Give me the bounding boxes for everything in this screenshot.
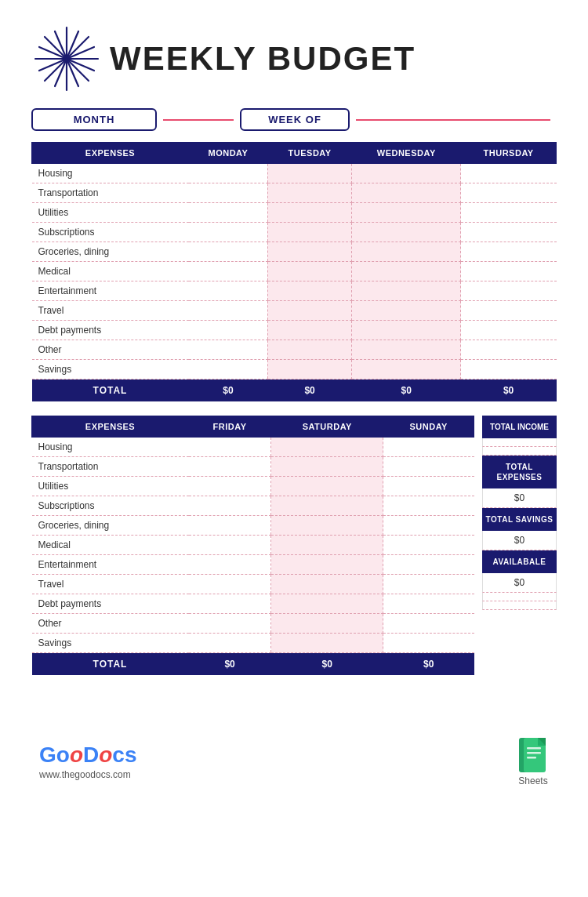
total-row: TOTAL$0$0$0$0	[32, 380, 557, 402]
wednesday-cell[interactable]	[352, 242, 461, 262]
wednesday-cell[interactable]	[352, 340, 461, 360]
row-label: Savings	[32, 634, 189, 653]
tuesday-cell[interactable]	[267, 281, 351, 301]
saturday-cell[interactable]	[271, 438, 383, 457]
wednesday-cell[interactable]	[352, 360, 461, 380]
monday-cell[interactable]	[189, 223, 268, 242]
wednesday-cell[interactable]	[352, 164, 461, 183]
sunday-cell[interactable]	[383, 438, 474, 457]
thursday-cell[interactable]	[461, 242, 557, 262]
monday-cell[interactable]	[189, 360, 268, 380]
filler1	[482, 593, 557, 601]
thursday-cell[interactable]	[461, 183, 557, 203]
thursday-cell[interactable]	[461, 281, 557, 301]
total-value-2: $0	[352, 380, 461, 402]
tuesday-cell[interactable]	[267, 262, 351, 281]
svg-rect-12	[527, 757, 536, 759]
wednesday-cell[interactable]	[352, 223, 461, 242]
friday-cell[interactable]	[189, 536, 271, 555]
saturday-cell[interactable]	[271, 634, 383, 653]
sunday-cell[interactable]	[383, 634, 474, 653]
table-row: Medical	[32, 536, 474, 555]
sunday-cell[interactable]	[383, 575, 474, 594]
thursday-cell[interactable]	[461, 321, 557, 340]
wednesday-cell[interactable]	[352, 321, 461, 340]
thursday-cell[interactable]	[461, 340, 557, 360]
monday-cell[interactable]	[189, 242, 268, 262]
monday-cell[interactable]	[189, 301, 268, 321]
sheets-icon-group: Sheets	[517, 736, 549, 786]
thursday-cell[interactable]	[461, 262, 557, 281]
row-label: Housing	[32, 164, 189, 183]
tuesday-cell[interactable]	[267, 340, 351, 360]
friday-cell[interactable]	[189, 575, 271, 594]
friday-cell[interactable]	[189, 594, 271, 614]
saturday-cell[interactable]	[271, 575, 383, 594]
monday-cell[interactable]	[189, 262, 268, 281]
row-label: Housing	[32, 438, 189, 457]
row-label: Transportation	[32, 183, 189, 203]
saturday-cell[interactable]	[271, 516, 383, 536]
monday-cell[interactable]	[189, 321, 268, 340]
wednesday-cell[interactable]	[352, 281, 461, 301]
table-row: Transportation	[32, 457, 474, 477]
thursday-cell[interactable]	[461, 360, 557, 380]
wednesday-cell[interactable]	[352, 183, 461, 203]
saturday-cell[interactable]	[271, 594, 383, 614]
saturday-cell[interactable]	[271, 496, 383, 516]
thursday-cell[interactable]	[461, 301, 557, 321]
sunday-cell[interactable]	[383, 496, 474, 516]
wednesday-cell[interactable]	[352, 203, 461, 223]
monday-cell[interactable]	[189, 340, 268, 360]
monday-cell[interactable]	[189, 183, 268, 203]
friday-cell[interactable]	[189, 457, 271, 477]
thursday-cell[interactable]	[461, 223, 557, 242]
friday-cell[interactable]	[189, 477, 271, 496]
table-row: Travel	[32, 575, 474, 594]
thursday-cell[interactable]	[461, 203, 557, 223]
week-of-box[interactable]: WEEK OF	[240, 108, 350, 131]
table-row: Other	[32, 340, 557, 360]
friday-cell[interactable]	[189, 438, 271, 457]
saturday-cell[interactable]	[271, 555, 383, 575]
thursday-cell[interactable]	[461, 164, 557, 183]
tuesday-cell[interactable]	[267, 242, 351, 262]
sunday-cell[interactable]	[383, 516, 474, 536]
sunday-cell[interactable]	[383, 614, 474, 634]
sunday-cell[interactable]	[383, 457, 474, 477]
monday-cell[interactable]	[189, 281, 268, 301]
sunday-cell[interactable]	[383, 536, 474, 555]
row-label: Groceries, dining	[32, 516, 189, 536]
row-label: Travel	[32, 575, 189, 594]
wednesday-cell[interactable]	[352, 262, 461, 281]
tuesday-cell[interactable]	[267, 203, 351, 223]
wednesday-cell[interactable]	[352, 301, 461, 321]
tuesday-cell[interactable]	[267, 164, 351, 183]
saturday-cell[interactable]	[271, 614, 383, 634]
saturday-cell[interactable]	[271, 457, 383, 477]
filler2	[482, 601, 557, 610]
saturday-cell[interactable]	[271, 536, 383, 555]
tuesday-cell[interactable]	[267, 301, 351, 321]
friday-cell[interactable]	[189, 516, 271, 536]
tuesday-cell[interactable]	[267, 360, 351, 380]
tuesday-cell[interactable]	[267, 183, 351, 203]
friday-cell[interactable]	[189, 496, 271, 516]
sunday-cell[interactable]	[383, 555, 474, 575]
friday-cell[interactable]	[189, 634, 271, 653]
monday-cell[interactable]	[189, 164, 268, 183]
sunday-cell[interactable]	[383, 594, 474, 614]
month-line	[163, 119, 234, 121]
brand-o1: o	[70, 743, 83, 767]
expenses-table-1: EXPENSES MONDAY TUESDAY WEDNESDAY THURSD…	[31, 142, 557, 401]
col-header-wednesday: WEDNESDAY	[352, 143, 461, 164]
sunday-cell[interactable]	[383, 477, 474, 496]
col-header-sunday: SUNDAY	[383, 416, 474, 438]
friday-cell[interactable]	[189, 614, 271, 634]
monday-cell[interactable]	[189, 203, 268, 223]
friday-cell[interactable]	[189, 555, 271, 575]
tuesday-cell[interactable]	[267, 321, 351, 340]
tuesday-cell[interactable]	[267, 223, 351, 242]
saturday-cell[interactable]	[271, 477, 383, 496]
month-box[interactable]: MONTH	[31, 108, 157, 131]
